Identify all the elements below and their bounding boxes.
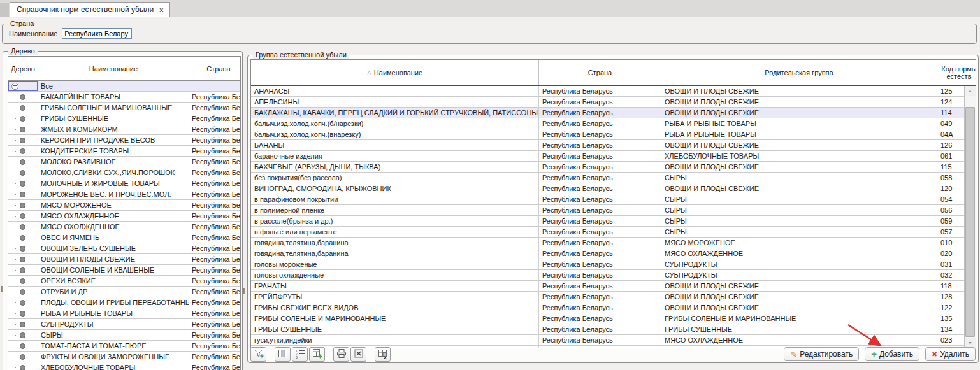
tree-item-country[interactable]: Республика Бел <box>189 276 241 287</box>
group-col-header-name[interactable]: △Наименование <box>251 60 539 85</box>
tree-row[interactable]: ОВОЩИ И ПЛОДЫ СВЕЖИЕРеспублика Бел <box>8 254 241 265</box>
group-row[interactable]: бараночные изделияРеспублика БеларусьХЛЕ… <box>251 151 976 162</box>
tree-item-country[interactable]: Республика Бел <box>189 362 241 370</box>
tree-row[interactable]: ХЛЕБОБУЛОЧНЫЕ ТОВАРЫРеспублика Бел <box>8 362 241 370</box>
group-row[interactable]: БАКЛАЖАНЫ, КАБАЧКИ, ПЕРЕЦ СЛАДКИЙ И ГОРЬ… <box>251 108 976 118</box>
tree-item-label[interactable]: ОВОЩИ И ПЛОДЫ СВЕЖИЕ <box>38 254 189 265</box>
tree-row[interactable]: РЫБА И РЫБНЫЕ ТОВАРЫРеспублика Бел <box>8 308 241 319</box>
tree-row[interactable]: ГРИБЫ СУШЕННЫЕРеспублика Бел <box>8 113 241 124</box>
tree-item-label[interactable]: ОВЕС И ЯЧМЕНЬ <box>38 232 189 243</box>
group-row[interactable]: балыч.изд.холод.копч.(внарезку)Республик… <box>251 129 976 140</box>
tree-item-country[interactable]: Республика Бел <box>189 124 241 135</box>
tree-row[interactable]: СУБПРОДУКТЫРеспублика Бел <box>8 319 241 330</box>
group-row[interactable]: без покрытия(без рассола)Республика Бела… <box>251 173 976 183</box>
group-row[interactable]: ГРАНАТЫРеспублика БеларусьОВОЩИ И ПЛОДЫ … <box>251 281 976 292</box>
export-excel-button[interactable] <box>350 347 366 362</box>
tree-item-label[interactable]: СУБПРОДУКТЫ <box>38 319 189 330</box>
tree-item-label[interactable]: МЯСО ОХЛАЖДЕННОЕ <box>38 211 189 222</box>
tree-row[interactable]: ОВЕС И ЯЧМЕНЬРеспублика Бел <box>8 232 241 243</box>
tree-item-country[interactable]: Республика Бел <box>189 352 241 362</box>
tree-item-country[interactable]: Республика Бел <box>189 265 241 276</box>
tree-col-header-name[interactable]: Наименование <box>38 57 189 81</box>
tree-row[interactable]: ТОМАТ-ПАСТА И ТОМАТ-ПЮРЕРеспублика Бел <box>8 341 241 352</box>
tree-item-label[interactable]: ПЛОДЫ, ОВОЩИ И ГРИБЫ ПЕРЕАБОТАННЫЕ <box>38 297 189 308</box>
tree-item-country[interactable]: Республика Бел <box>189 222 241 232</box>
edit-button[interactable]: ✎Редактировать <box>784 347 859 361</box>
tree-row[interactable]: МЯСО ОХЛАЖДЕННОЕРеспублика Бел <box>8 211 241 222</box>
add-summary-button[interactable] <box>309 347 325 362</box>
tree-item-country[interactable]: Республика Бел <box>189 330 241 341</box>
add-button[interactable]: +Добавить <box>865 347 919 361</box>
group-row[interactable]: гуси,утки,индейкиРеспублика БеларусьМЯСО… <box>251 335 976 346</box>
group-row[interactable]: ГРИБЫ СВЕЖИЕ ВСЕХ ВИДОВРеспублика Белару… <box>251 302 976 313</box>
tree-item-label[interactable]: СЫРЫ <box>38 330 189 341</box>
tree-item-label[interactable]: КОНДИТЕРСКИЕ ТОВАРЫ <box>38 146 189 157</box>
group-row[interactable]: в рассоле(брынза и др.)Республика Белару… <box>251 216 976 227</box>
group-row[interactable]: балыч.изд.холод.копч.(б/нарезки)Республи… <box>251 118 976 129</box>
tree-row[interactable]: МОРОЖЕНОЕ ВЕС. И ПРОЧ.ВЕС.МОЛ.Республика… <box>8 189 241 200</box>
group-row[interactable]: БАНАНЫРеспублика БеларусьОВОЩИ И ПЛОДЫ С… <box>251 140 976 151</box>
tree-col-header-country[interactable]: Страна <box>189 57 241 81</box>
group-row[interactable]: в парафиновом покрытииРеспублика Беларус… <box>251 194 976 205</box>
panel-collapse-button[interactable] <box>0 3 9 17</box>
group-col-header-parent[interactable]: Родительская группа <box>661 60 937 85</box>
tree-item-country[interactable]: Республика Бел <box>189 92 241 103</box>
group-row[interactable]: в полимерной пленкеРеспублика БеларусьСЫ… <box>251 205 976 216</box>
group-row[interactable]: говядина,телятина,баранинаРеспублика Бел… <box>251 238 976 248</box>
tree-item-country[interactable]: Республика Бел <box>189 103 241 113</box>
scroll-up-icon[interactable]: ▲ <box>965 86 976 96</box>
tree-item-country[interactable]: Республика Бел <box>189 178 241 189</box>
tree-item-label[interactable]: ОВОЩИ ЗЕЛЕНЬ СУШЕНЫЕ <box>38 243 189 254</box>
tree-item-country[interactable]: Республика Бел <box>189 341 241 352</box>
group-row[interactable]: АНАНАСЫРеспублика БеларусьОВОЩИ И ПЛОДЫ … <box>251 85 976 97</box>
tree-item-country[interactable]: Республика Бел <box>189 243 241 254</box>
tree-row[interactable]: МОЛОКО,СЛИВКИ СУХ.,ЯИЧ.ПОРОШОКРеспублика… <box>8 167 241 178</box>
group-row[interactable]: ВИНОГРАД, СМОРОДИНА, КРЫЖОВНИКРеспублика… <box>251 183 976 194</box>
tree-item-label[interactable]: МОЛОКО,СЛИВКИ СУХ.,ЯИЧ.ПОРОШОК <box>38 167 189 178</box>
tree-item-label[interactable]: ФРУКТЫ И ОВОЩИ ЗАМОРОЖЕННЫЕ <box>38 352 189 362</box>
tree-item-country[interactable]: Республика Бел <box>189 200 241 211</box>
tree-item-country[interactable]: Республика Бел <box>189 287 241 297</box>
scrollbar-thumb[interactable] <box>965 107 975 337</box>
tab-directory[interactable]: Справочник норм естественной убыли x <box>10 2 170 17</box>
tree-row[interactable]: БАКАЛЕЙНЫЕ ТОВАРЫРеспублика Бел <box>8 92 241 103</box>
group-row[interactable]: в фольге или пергаментеРеспублика Белару… <box>251 227 976 238</box>
tree-item-label[interactable]: ОРЕХИ ВСЯКИЕ <box>38 276 189 287</box>
tree-item-label[interactable]: ОТРУБИ И ДР. <box>38 287 189 297</box>
tree-row[interactable]: СЫРЫРеспублика Бел <box>8 330 241 341</box>
scroll-down-icon[interactable]: ▼ <box>965 338 976 348</box>
tree-item-country[interactable]: Республика Бел <box>189 113 241 124</box>
tree-item-label[interactable]: ЖМЫХ И КОМБИКОРМ <box>38 124 189 135</box>
tree-row[interactable]: ЖМЫХ И КОМБИКОРМРеспублика Бел <box>8 124 241 135</box>
tree-item-country[interactable]: Республика Бел <box>189 308 241 319</box>
group-col-header-country[interactable]: Страна <box>539 60 661 85</box>
tree-row-root[interactable]: Все <box>8 81 241 92</box>
tree-item-label[interactable]: КЕРОСИН ПРИ ПРОДАЖЕ ВЕСОВ <box>38 135 189 146</box>
tree-item-country[interactable]: Республика Бел <box>189 167 241 178</box>
tree-item-label[interactable]: МЯСО ОХОЛЖДЕННОЕ <box>38 222 189 232</box>
tree-item-label[interactable]: РЫБА И РЫБНЫЕ ТОВАРЫ <box>38 308 189 319</box>
add-filter-button[interactable] <box>250 347 266 362</box>
collapse-icon[interactable] <box>11 83 18 90</box>
tree-row[interactable]: МОЛОЧНЫЕ И ЖИРОВЫЕ ТОВАРЫРеспублика Бел <box>8 178 241 189</box>
panel-splitter-handle[interactable]: ∥ <box>243 288 245 294</box>
tree-item-label[interactable]: ОВОЩИ СОЛЕНЫЕ И КВАШЕНЫЕ <box>38 265 189 276</box>
country-name-input[interactable] <box>62 28 132 39</box>
columns-button[interactable] <box>275 347 291 362</box>
tree-item-label[interactable]: ГРИБЫ СОЛЕНЫЕ И МАРИНОВАННЫЕ <box>38 103 189 113</box>
tree-col-header-tree[interactable]: Дерево <box>8 57 38 81</box>
tree-row[interactable]: КОНДИТЕРСКИЕ ТОВАРЫРеспублика Бел <box>8 146 241 157</box>
group-row[interactable]: головы охлажденныеРеспублика БеларусьСУБ… <box>251 270 976 281</box>
table-options-button[interactable] <box>375 347 391 362</box>
tab-close-icon[interactable]: x <box>159 6 163 13</box>
tree-row[interactable]: ОВОЩИ СОЛЕНЫЕ И КВАШЕНЫЕРеспублика Бел <box>8 265 241 276</box>
tree-row[interactable]: ОРЕХИ ВСЯКИЕРеспублика Бел <box>8 276 241 287</box>
tree-item-country[interactable]: Республика Бел <box>189 232 241 243</box>
print-button[interactable] <box>333 347 349 362</box>
tree-row[interactable]: ОТРУБИ И ДР.Республика Бел <box>8 287 241 297</box>
tree-item-label[interactable]: МЯСО МОРОЖЕНОЕ <box>38 200 189 211</box>
tree-item-country[interactable]: Республика Бел <box>189 189 241 200</box>
vertical-scrollbar[interactable]: ▲ ▼ <box>964 86 976 348</box>
tree-item-country[interactable]: Республика Бел <box>189 157 241 167</box>
tree-row[interactable]: КЕРОСИН ПРИ ПРОДАЖЕ ВЕСОВРеспублика Бел <box>8 135 241 146</box>
